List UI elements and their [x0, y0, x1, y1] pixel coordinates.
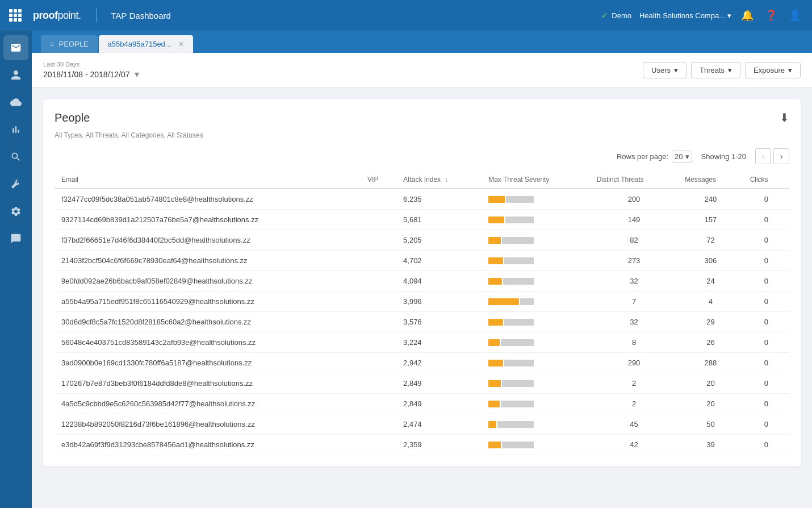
sidebar-item-messages[interactable] [3, 226, 28, 251]
cell-clicks: 0 [743, 373, 789, 394]
cell-max-threat-severity [482, 332, 590, 353]
help-question-icon[interactable]: ❓ [763, 7, 779, 23]
tab-close-icon[interactable]: ✕ [178, 40, 184, 48]
page-content: People ⬇ All Types, All Threats, All Cat… [32, 88, 812, 478]
tab-people[interactable]: ≡ PEOPLE [41, 35, 98, 53]
cell-clicks: 0 [743, 271, 789, 292]
table-row[interactable]: 30d6d9cf8c5a7fc1520d8f28185c60a2@healths… [55, 312, 789, 332]
cell-attack-index: 5,205 [396, 230, 482, 251]
date-value-row: 2018/11/08 - 2018/12/07 ▾ [43, 69, 139, 80]
threat-bar-visual [488, 421, 534, 428]
check-icon: ✓ [601, 11, 608, 20]
cell-attack-index: 3,576 [396, 312, 482, 332]
sidebar-item-email[interactable] [3, 35, 28, 60]
notifications-bell-icon[interactable]: 🔔 [739, 7, 755, 23]
threat-bar-visual [488, 380, 534, 387]
cell-clicks: 0 [743, 210, 789, 230]
sidebar-item-search[interactable] [3, 144, 28, 169]
cell-clicks: 0 [743, 353, 789, 373]
cell-attack-index: 2,359 [396, 435, 482, 455]
cell-max-threat-severity [482, 353, 590, 373]
table-row[interactable]: 4a5d5c9cbbd9e5c6260c563985d42f77@healths… [55, 394, 789, 414]
table-row[interactable]: 21403f2bcf504c6f6f669c78930eaf64@healths… [55, 251, 789, 271]
apps-grid-icon[interactable] [9, 9, 22, 22]
cell-distinct-threats: 32 [590, 312, 679, 332]
cell-max-threat-severity [482, 312, 590, 332]
cell-clicks: 0 [743, 312, 789, 332]
exposure-filter-label: Exposure [754, 66, 785, 74]
cell-clicks: 0 [743, 230, 789, 251]
table-row[interactable]: 56048c4e403751cd83589143c2afb93e@healths… [55, 332, 789, 353]
cell-attack-index: 6,235 [396, 189, 482, 210]
sidebar-item-settings[interactable] [3, 199, 28, 224]
table-row[interactable]: f37bd2f66651e7d46f6d38440f2bc5dd@healths… [55, 230, 789, 251]
cell-attack-index: 2,942 [396, 353, 482, 373]
table-row[interactable]: 3ad0900b0e169cd1330fc780ff6a5187@healths… [55, 353, 789, 373]
cell-messages: 29 [678, 312, 743, 332]
cell-vip [361, 414, 396, 435]
table-row[interactable]: 9327114cd69b839d1a212507a76be5a7@healths… [55, 210, 789, 230]
sidebar-item-cloud[interactable] [3, 90, 28, 115]
users-filter-button[interactable]: Users ▾ [643, 62, 687, 78]
cell-attack-index: 3,996 [396, 292, 482, 312]
user-profile-icon[interactable]: 👤 [787, 7, 803, 23]
cell-messages: 240 [678, 189, 743, 210]
exposure-filter-chevron: ▾ [788, 66, 792, 74]
cell-max-threat-severity [482, 251, 590, 271]
cell-clicks: 0 [743, 251, 789, 271]
cell-messages: 26 [678, 332, 743, 353]
cell-email: 4a5d5c9cbbd9e5c6260c563985d42f77@healths… [55, 394, 361, 414]
main-content: ≡ PEOPLE a55b4a95a715ed... ✕ Last 30 Day… [32, 31, 812, 508]
cell-vip [361, 230, 396, 251]
cell-max-threat-severity [482, 373, 590, 394]
cell-max-threat-severity [482, 435, 590, 455]
table-row[interactable]: f32477cc09f5dc38a051ab574801c8e8@healths… [55, 189, 789, 210]
cell-messages: 157 [678, 210, 743, 230]
cell-email: 3ad0900b0e169cd1330fc780ff6a5187@healths… [55, 353, 361, 373]
rows-per-page-selector[interactable]: 20 ▾ [672, 151, 692, 163]
left-sidebar [0, 31, 32, 508]
cell-email: e3db42a69f3f9d31293cbe8578456ad1@healths… [55, 435, 361, 455]
top-navigation: proofpoint. TAP Dashboard ✓ Demo Health … [0, 0, 812, 31]
cell-vip [361, 251, 396, 271]
cell-attack-index: 4,702 [396, 251, 482, 271]
cell-max-threat-severity [482, 210, 590, 230]
tab-person-detail[interactable]: a55b4a95a715ed... ✕ [99, 35, 193, 53]
cell-vip [361, 271, 396, 292]
col-email: Email [55, 171, 361, 189]
sidebar-item-reports[interactable] [3, 117, 28, 142]
sidebar-item-tools[interactable] [3, 172, 28, 197]
table-row[interactable]: a55b4a95a715edf951f8c65116540929@healths… [55, 292, 789, 312]
cell-attack-index: 5,681 [396, 210, 482, 230]
table-row[interactable]: e3db42a69f3f9d31293cbe8578456ad1@healths… [55, 435, 789, 455]
cell-email: 170267b7e87d3beb3f0f6184ddfd8de8@healths… [55, 373, 361, 394]
table-controls: Rows per page: 20 ▾ Showing 1-20 ‹ › [55, 148, 789, 164]
threat-bar-visual [488, 237, 534, 244]
cell-vip [361, 210, 396, 230]
date-range-picker[interactable]: Last 30 Days 2018/11/08 - 2018/12/07 ▾ [43, 61, 139, 80]
people-table: Email VIP Attack Index ↓ Max Threat Seve… [55, 171, 789, 455]
col-distinct-threats: Distinct Threats [590, 171, 679, 189]
rpp-chevron-icon: ▾ [685, 152, 689, 161]
cell-messages: 288 [678, 353, 743, 373]
table-row[interactable]: 9e0fdd092ae26b6bacb9af058ef02849@healths… [55, 271, 789, 292]
cell-messages: 50 [678, 414, 743, 435]
cell-max-threat-severity [482, 271, 590, 292]
next-page-button[interactable]: › [773, 148, 789, 164]
col-vip: VIP [361, 171, 396, 189]
prev-page-button[interactable]: ‹ [755, 148, 771, 164]
cell-vip [361, 373, 396, 394]
download-button[interactable]: ⬇ [780, 111, 789, 124]
table-row[interactable]: 170267b7e87d3beb3f0f6184ddfd8de8@healths… [55, 373, 789, 394]
col-max-threat: Max Threat Severity [482, 171, 590, 189]
exposure-filter-button[interactable]: Exposure ▾ [745, 62, 801, 78]
cell-email: 9e0fdd092ae26b6bacb9af058ef02849@healths… [55, 271, 361, 292]
sidebar-item-people[interactable] [3, 63, 28, 88]
table-body: f32477cc09f5dc38a051ab574801c8e8@healths… [55, 189, 789, 455]
threats-filter-button[interactable]: Threats ▾ [691, 62, 740, 78]
cell-vip [361, 394, 396, 414]
col-attack-index[interactable]: Attack Index ↓ [396, 171, 482, 189]
company-selector[interactable]: Health Solutions Compa... ▾ [639, 11, 731, 20]
table-row[interactable]: 12238b4b892050f8216d73f6be161896@healths… [55, 414, 789, 435]
threat-bar-visual [488, 401, 534, 407]
